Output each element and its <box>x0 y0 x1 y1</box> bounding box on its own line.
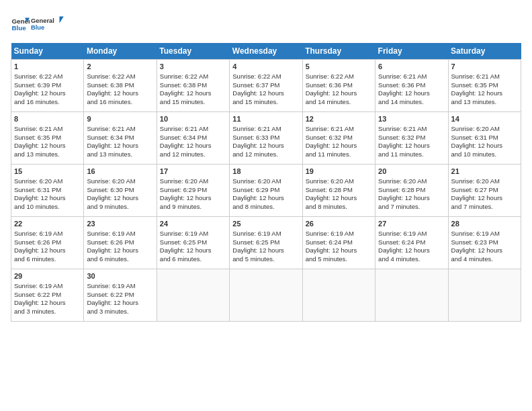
day-cell: 22Sunrise: 6:19 AMSunset: 6:26 PMDayligh… <box>11 217 84 269</box>
day-info-line: Sunrise: 6:21 AM <box>232 125 299 134</box>
day-info-line: Sunrise: 6:22 AM <box>87 73 153 81</box>
day-number: 23 <box>87 219 153 229</box>
day-header-saturday: Saturday <box>448 43 521 60</box>
day-info-line: Daylight: 12 hours <box>306 194 372 203</box>
day-info-line: Sunset: 6:27 PM <box>451 186 518 195</box>
day-info-line: and 14 minutes. <box>378 98 445 107</box>
day-cell: 24Sunrise: 6:19 AMSunset: 6:25 PMDayligh… <box>157 217 229 269</box>
day-info-line: Sunset: 6:38 PM <box>160 81 226 90</box>
day-info-line: Daylight: 12 hours <box>160 246 226 255</box>
day-cell: 21Sunrise: 6:20 AMSunset: 6:27 PMDayligh… <box>448 165 521 217</box>
day-info-line: Sunrise: 6:19 AM <box>87 230 153 238</box>
calendar-week-row: 15Sunrise: 6:20 AMSunset: 6:31 PMDayligh… <box>11 165 521 217</box>
day-cell: 16Sunrise: 6:20 AMSunset: 6:30 PMDayligh… <box>84 165 157 217</box>
day-header-friday: Friday <box>375 43 448 60</box>
day-info-line: Daylight: 12 hours <box>160 89 226 98</box>
day-info-line: Daylight: 12 hours <box>14 194 81 203</box>
day-info-line: Sunrise: 6:20 AM <box>232 177 299 186</box>
day-info-line: and 7 minutes. <box>451 203 518 212</box>
day-info-line: and 3 minutes. <box>87 308 153 316</box>
day-info-line: Daylight: 12 hours <box>232 194 299 203</box>
day-info-line: Daylight: 12 hours <box>87 89 153 98</box>
day-cell: 13Sunrise: 6:21 AMSunset: 6:32 PMDayligh… <box>375 112 448 165</box>
day-info-line: Daylight: 12 hours <box>160 142 226 150</box>
day-info-line: Daylight: 12 hours <box>14 89 81 98</box>
calendar-week-row: 1Sunrise: 6:22 AMSunset: 6:39 PMDaylight… <box>11 60 521 112</box>
day-number: 19 <box>306 167 372 177</box>
day-info-line: Sunset: 6:29 PM <box>232 186 299 195</box>
day-info-line: Daylight: 12 hours <box>378 246 445 255</box>
day-info-line: Sunset: 6:28 PM <box>306 186 372 195</box>
day-info-line: Sunset: 6:30 PM <box>87 186 153 195</box>
day-info-line: Sunrise: 6:20 AM <box>14 177 81 186</box>
day-number: 5 <box>306 62 372 72</box>
day-number: 25 <box>232 219 299 229</box>
day-info-line: and 8 minutes. <box>306 203 372 212</box>
day-info-line: and 10 minutes. <box>451 150 518 159</box>
day-number: 17 <box>160 167 226 177</box>
day-info-line: Sunrise: 6:19 AM <box>232 230 299 238</box>
day-cell: 19Sunrise: 6:20 AMSunset: 6:28 PMDayligh… <box>302 165 375 217</box>
day-cell: 7Sunrise: 6:21 AMSunset: 6:35 PMDaylight… <box>448 60 521 112</box>
day-cell: 5Sunrise: 6:22 AMSunset: 6:36 PMDaylight… <box>302 60 375 112</box>
day-info-line: and 5 minutes. <box>232 255 299 264</box>
day-number: 28 <box>451 219 518 229</box>
day-info-line: Sunset: 6:25 PM <box>232 238 299 247</box>
day-number: 20 <box>378 167 445 177</box>
day-info-line: and 11 minutes. <box>306 150 372 159</box>
day-info-line: Sunrise: 6:19 AM <box>14 282 81 291</box>
day-info-line: Daylight: 12 hours <box>14 299 81 308</box>
day-info-line: Daylight: 12 hours <box>306 246 372 255</box>
day-cell: 12Sunrise: 6:21 AMSunset: 6:32 PMDayligh… <box>302 112 375 165</box>
day-info-line: Sunset: 6:24 PM <box>378 238 445 247</box>
calendar-week-row: 22Sunrise: 6:19 AMSunset: 6:26 PMDayligh… <box>11 217 521 269</box>
day-info-line: and 5 minutes. <box>306 255 372 264</box>
empty-cell <box>375 269 448 322</box>
day-info-line: and 13 minutes. <box>14 150 81 159</box>
day-cell: 23Sunrise: 6:19 AMSunset: 6:26 PMDayligh… <box>84 217 157 269</box>
day-cell: 15Sunrise: 6:20 AMSunset: 6:31 PMDayligh… <box>11 165 84 217</box>
calendar-week-row: 29Sunrise: 6:19 AMSunset: 6:22 PMDayligh… <box>11 269 521 322</box>
day-info-line: and 16 minutes. <box>87 98 153 107</box>
day-number: 22 <box>14 219 81 229</box>
day-cell: 6Sunrise: 6:21 AMSunset: 6:36 PMDaylight… <box>375 60 448 112</box>
day-number: 4 <box>232 62 299 72</box>
day-cell: 29Sunrise: 6:19 AMSunset: 6:22 PMDayligh… <box>11 269 84 322</box>
day-number: 30 <box>87 271 153 281</box>
day-info-line: and 7 minutes. <box>378 203 445 212</box>
day-info-line: and 3 minutes. <box>14 308 81 316</box>
day-info-line: Sunset: 6:32 PM <box>306 134 372 142</box>
day-info-line: Daylight: 12 hours <box>378 142 445 150</box>
day-number: 2 <box>87 62 153 72</box>
day-info-line: and 10 minutes. <box>14 203 81 212</box>
day-info-line: Sunrise: 6:21 AM <box>87 125 153 134</box>
day-cell: 4Sunrise: 6:22 AMSunset: 6:37 PMDaylight… <box>230 60 302 112</box>
day-info-line: Sunset: 6:31 PM <box>451 134 518 142</box>
day-info-line: Daylight: 12 hours <box>451 142 518 150</box>
day-cell: 30Sunrise: 6:19 AMSunset: 6:22 PMDayligh… <box>84 269 157 322</box>
day-info-line: Daylight: 12 hours <box>306 142 372 150</box>
day-info-line: Sunrise: 6:21 AM <box>160 125 226 134</box>
day-info-line: and 9 minutes. <box>160 203 226 212</box>
day-info-line: Sunset: 6:33 PM <box>232 134 299 142</box>
day-info-line: Daylight: 12 hours <box>378 194 445 203</box>
day-info-line: and 15 minutes. <box>232 98 299 107</box>
svg-text:General: General <box>31 17 54 24</box>
header: General Blue General Blue <box>11 11 521 36</box>
day-number: 7 <box>451 62 518 72</box>
calendar-container: General Blue General Blue SundayMonday <box>0 0 532 327</box>
day-header-sunday: Sunday <box>11 43 84 60</box>
day-info-line: Sunset: 6:29 PM <box>160 186 226 195</box>
day-number: 10 <box>160 114 226 124</box>
day-info-line: Sunrise: 6:22 AM <box>14 73 81 81</box>
day-info-line: Sunrise: 6:19 AM <box>87 282 153 291</box>
logo: General Blue General Blue <box>11 11 64 36</box>
day-cell: 8Sunrise: 6:21 AMSunset: 6:35 PMDaylight… <box>11 112 84 165</box>
day-info-line: Daylight: 12 hours <box>232 142 299 150</box>
day-info-line: Sunset: 6:22 PM <box>87 291 153 300</box>
day-info-line: Daylight: 12 hours <box>451 89 518 98</box>
day-info-line: Daylight: 12 hours <box>232 89 299 98</box>
day-cell: 14Sunrise: 6:20 AMSunset: 6:31 PMDayligh… <box>448 112 521 165</box>
day-info-line: and 8 minutes. <box>232 203 299 212</box>
day-header-thursday: Thursday <box>302 43 375 60</box>
